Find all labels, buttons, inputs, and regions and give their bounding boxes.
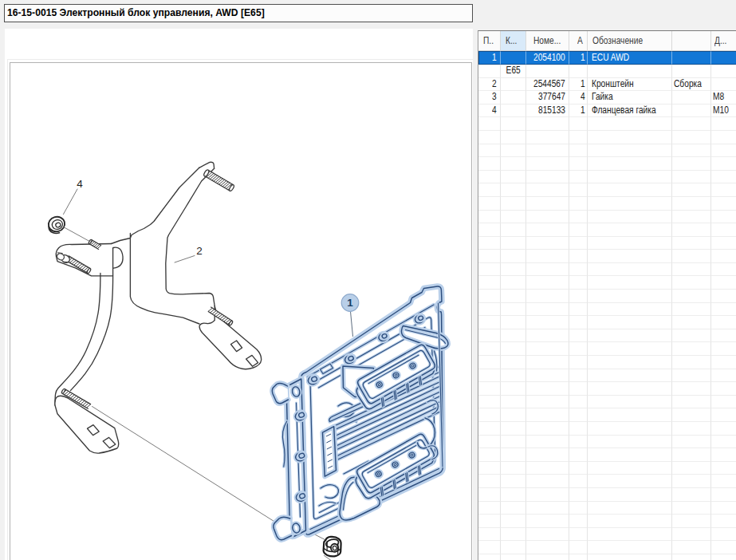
svg-text:4: 4	[77, 178, 83, 190]
svg-text:2: 2	[196, 245, 203, 257]
svg-text:1: 1	[347, 297, 353, 309]
